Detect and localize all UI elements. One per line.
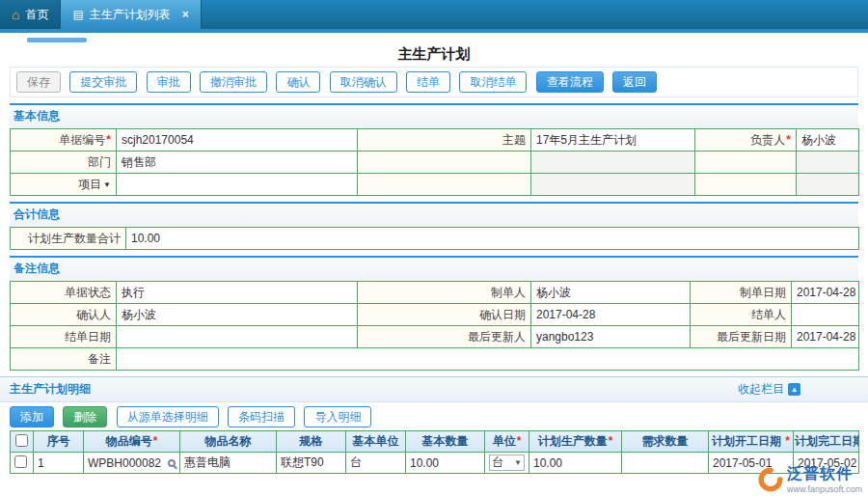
empty-field: [531, 174, 695, 196]
delete-row-button[interactable]: 删除: [63, 406, 107, 427]
section-total-info: 合计信息: [10, 202, 858, 227]
total-info-table: 计划生产数量合计 10.00: [10, 227, 859, 250]
col-item-no: 物品编号*: [84, 431, 180, 453]
submit-approval-button[interactable]: 提交审批: [69, 71, 137, 93]
table-row: 确认人 杨小波 确认日期 2017-04-28 结单人: [11, 304, 859, 326]
tab-close-icon[interactable]: ×: [182, 8, 189, 21]
empty-label: [358, 174, 531, 196]
tab-label: 主生产计划列表: [90, 7, 171, 23]
tab-underline-strip: [0, 29, 868, 33]
watermark-url: www.fanpusoft.com: [787, 484, 862, 494]
closer-value: [792, 304, 859, 326]
col-plan-start-date: 计划开工日期 *: [709, 431, 794, 453]
col-unit: 单位*: [485, 431, 529, 453]
doc-number-field[interactable]: scjh20170054: [117, 129, 358, 152]
end-date-cell[interactable]: 2017-05-02: [794, 453, 859, 474]
add-row-button[interactable]: 添加: [10, 406, 54, 427]
note-field[interactable]: [117, 348, 859, 371]
spec-cell[interactable]: 联想T90: [277, 453, 346, 474]
unit-cell[interactable]: 台▼: [485, 453, 529, 474]
confirmer-label: 确认人: [11, 304, 117, 326]
empty-field: [797, 152, 859, 174]
department-field[interactable]: 销售部: [117, 152, 358, 174]
col-seq: 序号: [34, 431, 84, 453]
detail-header-row: 序号 物品编号* 物品名称 规格 基本单位 基本数量 单位* 计划生产数量* 需…: [11, 431, 859, 453]
create-date-value: 2017-04-28: [792, 282, 859, 304]
empty-label: [358, 152, 531, 174]
confirm-button[interactable]: 确认: [276, 71, 320, 93]
page-title: 主生产计划: [0, 45, 868, 64]
row-select-cell: [11, 453, 34, 474]
collapse-columns-link[interactable]: 收起栏目 ▴: [738, 381, 800, 398]
section-basic-info: 基本信息: [10, 103, 858, 128]
owner-field[interactable]: 杨小波: [797, 129, 859, 152]
table-row: 单据编号* scjh20170054 主题 17年5月主生产计划 负责人* 杨小…: [11, 129, 859, 152]
note-label: 备注: [11, 348, 117, 371]
plan-qty-total-label: 计划生产数量合计: [11, 228, 126, 250]
approve-button[interactable]: 审批: [147, 71, 191, 93]
table-row: 计划生产数量合计 10.00: [11, 228, 859, 250]
detail-toolbar: 添加 删除 从源单选择明细 条码扫描 导入明细: [10, 406, 858, 427]
collapse-icon[interactable]: ▴: [788, 383, 800, 396]
plan-qty-cell[interactable]: 10.00: [529, 453, 622, 474]
seq-cell: 1: [34, 453, 84, 474]
create-date-label: 制单日期: [691, 282, 792, 304]
revoke-approval-button[interactable]: 撤消审批: [200, 71, 267, 93]
confirmer-value: 杨小波: [117, 304, 358, 326]
creator-value: 杨小波: [531, 282, 691, 304]
project-field[interactable]: [117, 174, 358, 196]
select-from-source-button[interactable]: 从源单选择明细: [117, 406, 219, 427]
start-date-cell[interactable]: 2017-05-01: [709, 453, 794, 474]
item-no-cell[interactable]: WPBH000082: [84, 453, 180, 474]
last-update-date-value: 2017-04-28: [792, 326, 859, 348]
tab-scroll-indicator[interactable]: [27, 38, 87, 42]
close-order-button[interactable]: 结单: [406, 71, 450, 93]
last-update-date-label: 最后更新日期: [691, 326, 792, 348]
base-unit-cell: 台: [346, 453, 406, 474]
col-demand-qty: 需求数量: [622, 431, 709, 453]
empty-field: [797, 174, 859, 196]
demand-qty-cell[interactable]: [622, 453, 709, 474]
closer-label: 结单人: [691, 304, 792, 326]
last-updater-value: yangbo123: [531, 326, 691, 348]
base-qty-cell[interactable]: 10.00: [406, 453, 485, 474]
import-detail-button[interactable]: 导入明细: [304, 406, 371, 427]
cancel-confirm-button[interactable]: 取消确认: [330, 71, 397, 93]
doc-status-value: 执行: [117, 282, 358, 304]
empty-label: [695, 152, 797, 174]
owner-label: 负责人*: [695, 129, 797, 152]
table-row: 单据状态 执行 制单人 杨小波 制单日期 2017-04-28: [11, 282, 859, 304]
col-plan-end-date: 计划完工日期: [794, 431, 859, 453]
doc-status-label: 单据状态: [11, 282, 117, 304]
section-remark-info: 备注信息: [10, 256, 858, 281]
back-button[interactable]: 返回: [612, 71, 657, 93]
subject-field[interactable]: 17年5月主生产计划: [531, 129, 695, 152]
save-button[interactable]: 保存: [16, 71, 61, 93]
item-name-cell[interactable]: 惠普电脑: [180, 453, 277, 474]
view-process-button[interactable]: 查看流程: [536, 71, 604, 93]
chevron-down-icon: ▼: [103, 180, 111, 189]
home-icon: ⌂: [12, 7, 19, 22]
detail-section-bar: 主生产计划明细 收起栏目 ▴: [0, 376, 868, 402]
select-all-checkbox[interactable]: [15, 434, 28, 447]
row-checkbox[interactable]: [14, 455, 27, 468]
document-icon: ▤: [72, 8, 83, 21]
detail-section-title: 主生产计划明细: [10, 381, 91, 398]
select-all-header: [11, 431, 34, 453]
confirm-date-label: 确认日期: [358, 304, 531, 326]
col-plan-qty: 计划生产数量*: [529, 431, 622, 453]
cancel-close-order-button[interactable]: 取消结单: [459, 71, 527, 93]
table-row: 备注: [11, 348, 859, 371]
subject-label: 主题: [358, 129, 531, 152]
confirm-date-value: 2017-04-28: [531, 304, 691, 326]
tab-home[interactable]: ⌂ 首页: [0, 0, 60, 29]
empty-label: [695, 174, 797, 196]
item-lookup-icon[interactable]: [168, 459, 176, 467]
project-label[interactable]: 项目▼: [11, 174, 117, 196]
unit-dropdown[interactable]: 台▼: [489, 455, 525, 471]
top-tab-bar: ⌂ 首页 ▤ 主生产计划列表 ×: [0, 0, 868, 29]
barcode-scan-button[interactable]: 条码扫描: [228, 406, 295, 427]
tab-master-production-plan-list[interactable]: ▤ 主生产计划列表 ×: [60, 0, 201, 29]
detail-data-row: 1 WPBH000082 惠普电脑 联想T90 台 10.00 台▼ 10.00…: [11, 453, 859, 474]
main-toolbar: 保存 提交审批 审批 撤消审批 确认 取消确认 结单 取消结单 查看流程 返回: [10, 67, 858, 97]
